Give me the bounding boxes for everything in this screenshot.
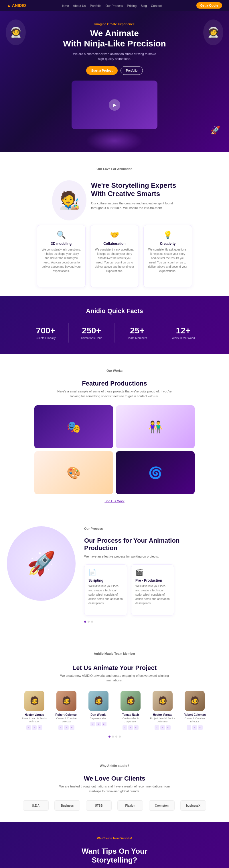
team-in-5[interactable]: in (166, 725, 170, 730)
team-fb-6[interactable]: f (187, 725, 191, 730)
team-member-2: 🧔 Robert Coleman Owner & Creative Direct… (52, 691, 81, 730)
fact-team: 25+ Team Members (114, 323, 160, 343)
team-fb-4[interactable]: f (122, 725, 127, 730)
featured-title: Featured Productions (7, 380, 222, 387)
process-dot-3[interactable] (91, 621, 93, 623)
team-fb-2[interactable]: f (59, 725, 63, 730)
team-avatar-4: 🧔 (120, 691, 141, 711)
featured-productions-section: Our Works Featured Productions Here's a … (0, 354, 229, 512)
client-logo-3: UTSB (86, 800, 112, 811)
story-section: Our Love For Animation 🧑‍🎨 We're Storyte… (0, 152, 229, 296)
navigation: ▲ ANIDIO Home About Us Portfolio Our Pro… (0, 0, 229, 11)
newsletter-title: Want Tips On Your Storytelling? (7, 847, 222, 865)
team-dot-2[interactable] (112, 736, 114, 738)
nav-blog[interactable]: Blog (141, 4, 147, 7)
hero-title: We Animate With Ninja-Like Precision (7, 28, 222, 49)
team-tw-4[interactable]: t (128, 725, 133, 730)
clients-section: Why Anidio studio? We Love Our Clients W… (0, 752, 229, 823)
team-member-6: 🧔 Robert Coleman Owner & Creative Direct… (180, 691, 209, 730)
team-tw-6[interactable]: t (192, 725, 197, 730)
team-name-6: Robert Coleman (180, 713, 209, 716)
hero-section: 🧑‍🚀 🧑‍🚀 Imagine.Create.Experience We Ani… (0, 11, 229, 152)
scripting-desc: We'll dive into your idea and create a t… (88, 584, 123, 606)
feature-creativity: 💡 Creativity We consistently ask questio… (143, 225, 192, 287)
team-in-6[interactable]: in (198, 725, 203, 730)
team-in-1[interactable]: in (38, 725, 42, 730)
fact-clients: 700+ Clients Globally (23, 323, 69, 343)
team-role-4: Co-Founder & Corporation (116, 717, 145, 723)
feature-icon-collaboration: 🤝 (94, 230, 135, 239)
team-tw-1[interactable]: t (32, 725, 37, 730)
team-fb-1[interactable]: f (26, 725, 31, 730)
scripting-icon: 📄 (88, 569, 123, 576)
production-card-4[interactable]: 🌀 (116, 451, 195, 494)
team-role-6: Owner & Creative Director (180, 717, 209, 723)
team-dot-3[interactable] (115, 736, 117, 738)
team-subtitle: We create new ANIDIO artworks and create… (57, 673, 172, 683)
clients-label: Why Anidio studio? (57, 763, 172, 768)
team-avatar-3: 🧔 (88, 691, 109, 711)
team-name-1: Hector Vargas (20, 713, 49, 716)
team-tw-3[interactable]: t (96, 722, 101, 726)
team-avatar-2: 🧔 (56, 691, 76, 711)
team-fb-3[interactable]: f (90, 722, 95, 726)
team-members-row: 🧔 Hector Vargas Project Lead & Senior An… (7, 691, 222, 730)
nav-process[interactable]: Our Process (105, 4, 123, 7)
production-card-2[interactable]: 👫 (116, 405, 195, 448)
hero-video-preview (72, 81, 157, 129)
newsletter-label: We Create New Worlds! (60, 836, 169, 840)
start-project-button[interactable]: Start a Project (86, 66, 118, 75)
feature-icon-creativity: 💡 (148, 230, 188, 239)
team-in-2[interactable]: in (70, 725, 74, 730)
process-dot-1[interactable] (84, 621, 86, 623)
preproduction-title: Pre - Production (136, 579, 170, 583)
team-role-3: Representation (84, 717, 113, 720)
client-logo-6: businessX (180, 800, 206, 811)
process-dot-2[interactable] (87, 621, 89, 623)
nav-cta-button[interactable]: Get a Quote (196, 2, 222, 9)
process-steps: 📄 Scripting We'll dive into your idea an… (84, 564, 214, 616)
nav-logo: ▲ ANIDIO (7, 3, 26, 8)
hero-subtitle: We are a character-driven animation stud… (72, 52, 157, 61)
team-dot-1[interactable] (109, 736, 111, 738)
team-member-5: 🧔 Hector Vargas Project Lead & Senior An… (148, 691, 177, 730)
team-tw-2[interactable]: t (64, 725, 69, 730)
team-avatar-5: 🧔 (153, 691, 173, 711)
preproduction-desc: We'll dive into your idea and create a t… (136, 584, 170, 606)
productions-grid: 🎭 👫 🎨 🌀 (34, 405, 195, 494)
team-social-5: f t in (148, 725, 177, 730)
process-step-preproduction: 🎬 Pre - Production We'll dive into your … (131, 564, 174, 616)
nav-home[interactable]: Home (61, 4, 69, 7)
team-name-4: Tomas Nash (116, 713, 145, 716)
team-in-4[interactable]: in (134, 725, 139, 730)
story-subtitle: Our culture inspires the creative and in… (91, 201, 177, 210)
team-role-1: Project Lead & Senior Animator (20, 717, 49, 723)
nav-pricing[interactable]: Pricing (127, 4, 137, 7)
production-card-1[interactable]: 🎭 (34, 405, 113, 448)
team-in-3[interactable]: in (102, 722, 107, 726)
see-more-link[interactable]: See Our Work (105, 499, 124, 503)
rocket-decoration-right: 🚀 (211, 126, 220, 135)
fact-clients-number: 700+ (26, 326, 66, 335)
team-name-5: Hector Vargas (148, 713, 177, 716)
process-subtitle: We have an effective process for working… (84, 554, 214, 559)
play-button[interactable] (109, 99, 120, 111)
team-name-2: Robert Coleman (52, 713, 81, 716)
nav-contact[interactable]: Contact (151, 4, 162, 7)
nav-about[interactable]: About Us (73, 4, 86, 7)
fact-years-label: Years In the World (163, 337, 203, 340)
process-step-scripting: 📄 Scripting We'll dive into your idea an… (84, 564, 127, 616)
team-dot-4[interactable] (119, 736, 121, 738)
fact-clients-label: Clients Globally (26, 337, 66, 340)
nav-portfolio[interactable]: Portfolio (90, 4, 101, 7)
team-member-4: 🧔 Tomas Nash Co-Founder & Corporation f … (116, 691, 145, 730)
portfolio-button[interactable]: Portfolio (120, 66, 143, 75)
team-social-1: f t in (20, 725, 49, 730)
featured-label: Our Works (57, 368, 172, 373)
team-title: Let Us Animate Your Project (7, 664, 222, 672)
team-fb-5[interactable]: f (155, 725, 159, 730)
production-card-3[interactable]: 🎨 (34, 451, 113, 494)
team-tw-5[interactable]: t (160, 725, 165, 730)
fact-team-number: 25+ (117, 326, 157, 335)
client-logo-1: S.E.A (23, 800, 49, 811)
